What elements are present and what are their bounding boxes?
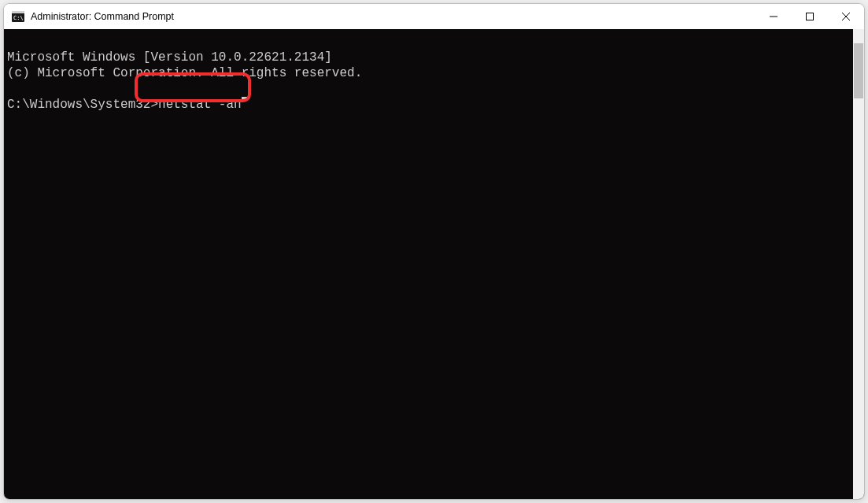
- svg-rect-4: [807, 13, 814, 20]
- banner-line-2: (c) Microsoft Corporation. All rights re…: [7, 66, 362, 80]
- scrollbar-thumb[interactable]: [854, 43, 863, 98]
- titlebar[interactable]: C:\ Administrator: Command Prompt: [4, 4, 864, 29]
- prompt-line: C:\Windows\System32>netstat -an: [7, 97, 861, 113]
- window-controls: [755, 4, 864, 29]
- cmd-icon: C:\: [12, 10, 24, 23]
- close-button[interactable]: [828, 4, 864, 29]
- banner-line-1: Microsoft Windows [Version 10.0.22621.21…: [7, 50, 332, 65]
- cursor-block: [242, 97, 249, 99]
- window-title: Administrator: Command Prompt: [31, 11, 174, 22]
- svg-rect-1: [12, 11, 24, 13]
- scrollbar-track[interactable]: [853, 29, 864, 499]
- typed-command[interactable]: netstat -an: [158, 97, 242, 113]
- svg-text:C:\: C:\: [13, 15, 24, 21]
- command-prompt-window: C:\ Administrator: Command Prompt Micros…: [3, 3, 865, 500]
- maximize-button[interactable]: [792, 4, 828, 29]
- prompt-path: C:\Windows\System32>: [7, 97, 158, 113]
- terminal-content: Microsoft Windows [Version 10.0.22621.21…: [4, 29, 864, 113]
- minimize-button[interactable]: [755, 4, 792, 29]
- terminal-area[interactable]: Microsoft Windows [Version 10.0.22621.21…: [4, 29, 864, 499]
